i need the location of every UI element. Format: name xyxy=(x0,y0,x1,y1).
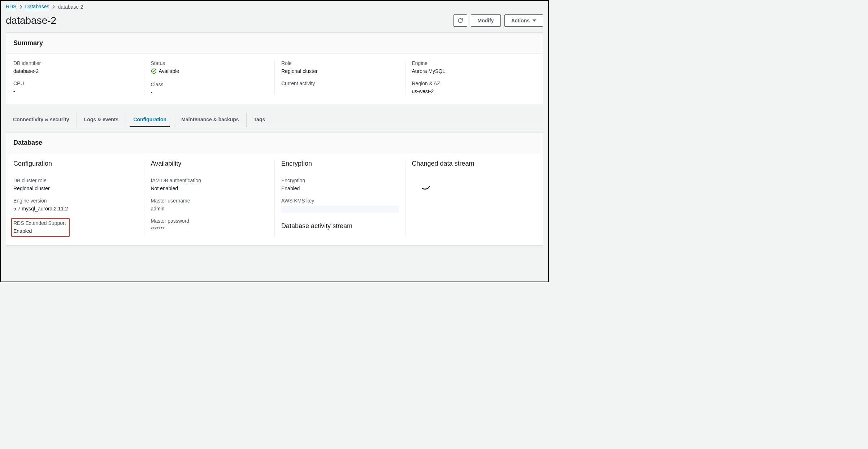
database-header: Database xyxy=(6,132,543,153)
class-value: - xyxy=(151,90,268,95)
master-username-value: admin xyxy=(151,206,268,212)
chevron-right-icon xyxy=(52,5,55,9)
caret-down-icon xyxy=(533,19,536,22)
configuration-heading: Configuration xyxy=(13,160,138,167)
region-az-label: Region & AZ xyxy=(412,80,529,86)
db-cluster-role-value: Regional cluster xyxy=(13,186,138,191)
cpu-label: CPU xyxy=(13,80,138,86)
chevron-right-icon xyxy=(19,5,22,9)
svg-point-1 xyxy=(418,178,431,191)
summary-panel: Summary DB identifier database-2 CPU - S… xyxy=(6,32,543,104)
rds-extended-support-label: RDS Extended Support xyxy=(13,220,66,226)
tab-connectivity[interactable]: Connectivity & security xyxy=(6,112,77,127)
actions-button[interactable]: Actions xyxy=(504,14,543,27)
kms-key-label: AWS KMS key xyxy=(281,198,399,204)
rds-extended-support-value: Enabled xyxy=(13,228,66,234)
tab-tags[interactable]: Tags xyxy=(247,112,273,127)
rds-extended-support-highlight: RDS Extended Support Enabled xyxy=(11,218,70,237)
engine-version-label: Engine version xyxy=(13,198,138,204)
master-username-label: Master username xyxy=(151,198,268,204)
iam-auth-label: IAM DB authentication xyxy=(151,178,268,183)
breadcrumb: RDS Databases database-2 xyxy=(1,1,548,12)
engine-version-value: 5.7.mysql_aurora.2.11.2 xyxy=(13,206,138,212)
database-panel: Database Configuration DB cluster role R… xyxy=(6,132,543,246)
breadcrumb-databases[interactable]: Databases xyxy=(25,4,49,10)
page-title: database-2 xyxy=(6,15,56,26)
kms-key-value-redacted xyxy=(281,206,399,213)
database-title: Database xyxy=(13,139,535,147)
db-identifier-value: database-2 xyxy=(13,68,138,74)
actions-button-label: Actions xyxy=(511,18,530,23)
changed-data-stream-heading: Changed data stream xyxy=(412,160,529,167)
refresh-icon xyxy=(457,18,463,23)
summary-header: Summary xyxy=(6,33,543,54)
status-value: Available xyxy=(151,68,179,74)
status-text: Available xyxy=(159,68,179,74)
summary-title: Summary xyxy=(13,39,535,47)
encryption-value: Enabled xyxy=(281,186,399,191)
availability-heading: Availability xyxy=(151,160,268,167)
tab-configuration[interactable]: Configuration xyxy=(126,112,174,127)
class-label: Class xyxy=(151,82,268,87)
tab-maintenance[interactable]: Maintenance & backups xyxy=(174,112,247,127)
role-value: Regional cluster xyxy=(281,68,399,74)
region-az-value: us-west-2 xyxy=(412,88,529,94)
breadcrumb-rds[interactable]: RDS xyxy=(6,4,17,10)
iam-auth-value: Not enabled xyxy=(151,186,268,191)
tab-logs[interactable]: Logs & events xyxy=(77,112,126,127)
modify-button[interactable]: Modify xyxy=(471,14,501,27)
engine-value: Aurora MySQL xyxy=(412,68,529,74)
check-circle-icon xyxy=(151,68,157,74)
master-password-value: ******* xyxy=(151,226,268,232)
loading-spinner-icon xyxy=(418,178,431,191)
cpu-value: - xyxy=(13,88,138,94)
db-identifier-label: DB identifier xyxy=(13,60,138,66)
breadcrumb-current: database-2 xyxy=(58,4,83,10)
refresh-button[interactable] xyxy=(453,14,467,27)
database-activity-stream-heading: Database activity stream xyxy=(281,222,399,230)
header-actions: Modify Actions xyxy=(453,14,543,27)
master-password-label: Master password xyxy=(151,218,268,224)
current-activity-label: Current activity xyxy=(281,80,399,86)
status-label: Status xyxy=(151,60,268,66)
encryption-label: Encryption xyxy=(281,178,399,183)
encryption-heading: Encryption xyxy=(281,160,399,167)
engine-label: Engine xyxy=(412,60,529,66)
tabs: Connectivity & security Logs & events Co… xyxy=(6,112,543,127)
role-label: Role xyxy=(281,60,399,66)
db-cluster-role-label: DB cluster role xyxy=(13,178,138,183)
